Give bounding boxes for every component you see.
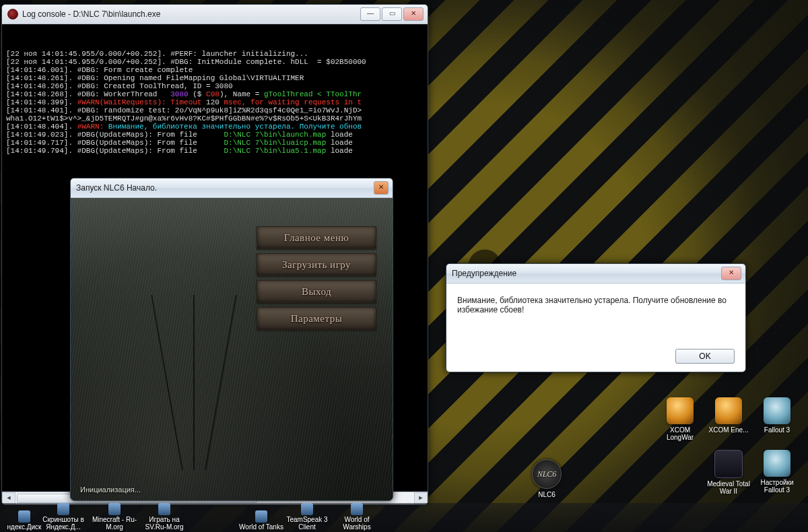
- app-icon: [108, 503, 121, 515]
- tower-silhouette: [193, 295, 195, 470]
- close-button[interactable]: ✕: [374, 181, 389, 195]
- taskbar-item-label: TeamSpeak 3 Client: [283, 516, 331, 531]
- desktop-icons-group: XCOM LongWar XCOM Ene... Fallout 3 Medie…: [656, 397, 801, 498]
- app-icon: [18, 510, 30, 523]
- desktop-icon-xcom-ene[interactable]: XCOM Ene...: [704, 397, 753, 446]
- warning-message: Внимание, библиотека значительно устарел…: [457, 296, 735, 337]
- icon-label: Настройки Fallout 3: [753, 479, 801, 494]
- launcher-titlebar[interactable]: Запуск NLC6 Начало. ✕: [71, 178, 393, 198]
- ok-button[interactable]: OK: [675, 349, 735, 364]
- console-line: [14:01:49.794]. #DBG(UpdateMaps): From f…: [6, 147, 424, 155]
- window-title: Запуск NLC6 Начало.: [76, 183, 157, 193]
- launcher-menu: Главное меню Загрузить игру Выход Параме…: [257, 226, 376, 330]
- console-line: [14:01:48.399]. #WARN(WaitRequests): Tim…: [6, 98, 424, 106]
- desktop-icon-fallout3[interactable]: Fallout 3: [753, 397, 801, 446]
- console-line: [22 ноя 14:01:45.955/0.000/+00.252]. #PE…: [6, 50, 424, 58]
- icon-label: Fallout 3: [764, 426, 790, 434]
- desktop-icon-medieval[interactable]: Medieval Total War II: [704, 450, 753, 498]
- game-launcher-window: Запуск NLC6 Начало. ✕ Главное меню Загру…: [70, 178, 393, 501]
- console-line: [14:01:49.717]. #DBG(UpdateMaps): From f…: [6, 139, 424, 147]
- console-line: [14:01:46.001]. #DBG: Form create comple…: [6, 66, 424, 74]
- taskbar-item-label: ндекс.Диск: [7, 523, 42, 531]
- taskbar-item-label: Minecraft - Ru-M.org: [90, 516, 139, 531]
- app-icon: [301, 503, 313, 515]
- taskbar-item[interactable]: Играть на SV.Ru-M.org: [140, 503, 189, 531]
- shield-icon: [715, 397, 742, 424]
- log-console-titlebar[interactable]: Log console - D:\NLC 7\bin\launch.exe — …: [2, 5, 428, 24]
- desktop-icon-xcom-longwar[interactable]: XCOM LongWar: [656, 397, 704, 446]
- taskbar[interactable]: ндекс.ДискСкриншоты в Яндекс.Д...Minecra…: [0, 503, 808, 532]
- minimize-button[interactable]: —: [360, 7, 380, 21]
- maximize-button[interactable]: ▭: [382, 7, 402, 21]
- console-line: wha1.O12+tW1$>v^>_&jD5TEMRQTJ#gn@xa%r6vH…: [6, 114, 424, 123]
- taskbar-item[interactable]: Скриншоты в Яндекс.Д...: [39, 503, 88, 531]
- taskbar-item-label: World of Warships: [333, 516, 381, 531]
- launcher-status-text: Инициализация...: [80, 486, 141, 494]
- taskbar-item[interactable]: Minecraft - Ru-M.org: [90, 503, 139, 531]
- desktop-icon-fallout3-settings[interactable]: Настройки Fallout 3: [753, 450, 801, 498]
- shield-icon: [667, 397, 694, 424]
- exit-button[interactable]: Выход: [257, 280, 376, 303]
- console-line: [14:01:49.023]. #DBG(UpdateMaps): From f…: [6, 131, 424, 139]
- warning-dialog-titlebar[interactable]: Предупреждение ✕: [446, 264, 745, 284]
- taskbar-item[interactable]: World of Warships: [333, 503, 381, 531]
- console-line: [14:01:48.266]. #DBG: Created ToolThread…: [6, 82, 424, 90]
- icon-label: NLC6: [538, 491, 556, 498]
- warning-dialog: Предупреждение ✕ Внимание, библиотека зн…: [446, 263, 746, 372]
- console-line: [14:01:48.404]. #WARN: Внимание, библиот…: [6, 123, 424, 131]
- console-line: [22 ноя 14:01:45.955/0.000/+00.252]. #DB…: [6, 58, 424, 66]
- load-game-button[interactable]: Загрузить игру: [257, 253, 376, 276]
- app-icon: [7, 9, 18, 20]
- launcher-background: Главное меню Загрузить игру Выход Параме…: [71, 198, 393, 500]
- app-icon: [351, 503, 363, 515]
- app-icon: [255, 510, 267, 523]
- close-button[interactable]: ✕: [721, 267, 741, 280]
- icon-label: XCOM Ene...: [709, 426, 749, 434]
- taskbar-item-label: World of Tanks: [239, 523, 283, 531]
- console-line: [14:01:48.401]. #DBG: randomize test: 2o…: [6, 106, 424, 114]
- main-menu-button[interactable]: Главное меню: [257, 226, 376, 249]
- desktop-icon-nlc6[interactable]: NLC6 NLC6: [523, 459, 571, 498]
- app-icon: [158, 503, 170, 515]
- window-title: Предупреждение: [452, 269, 516, 278]
- taskbar-item[interactable]: TeamSpeak 3 Client: [283, 503, 331, 531]
- vaultboy-icon: [764, 397, 790, 424]
- knight-icon: [714, 450, 743, 478]
- parameters-button[interactable]: Параметры: [257, 307, 376, 330]
- icon-label: Medieval Total War II: [704, 480, 753, 495]
- icon-label: XCOM LongWar: [656, 426, 704, 441]
- taskbar-item-label: Скриншоты в Яндекс.Д...: [39, 516, 88, 531]
- console-line: [14:01:48.268]. #DBG: WorkerThread 3080 …: [6, 90, 424, 98]
- nlc6-icon: NLC6: [532, 459, 562, 489]
- console-line: [14:01:48.261]. #DBG: Opening named File…: [6, 74, 424, 82]
- close-button[interactable]: ✕: [403, 7, 424, 21]
- taskbar-item[interactable]: World of Tanks: [237, 510, 285, 531]
- taskbar-item-label: Играть на SV.Ru-M.org: [140, 516, 189, 531]
- window-title: Log console - D:\NLC 7\bin\launch.exe: [22, 9, 160, 19]
- app-icon: [57, 503, 69, 515]
- vaultboy-icon: [764, 450, 790, 477]
